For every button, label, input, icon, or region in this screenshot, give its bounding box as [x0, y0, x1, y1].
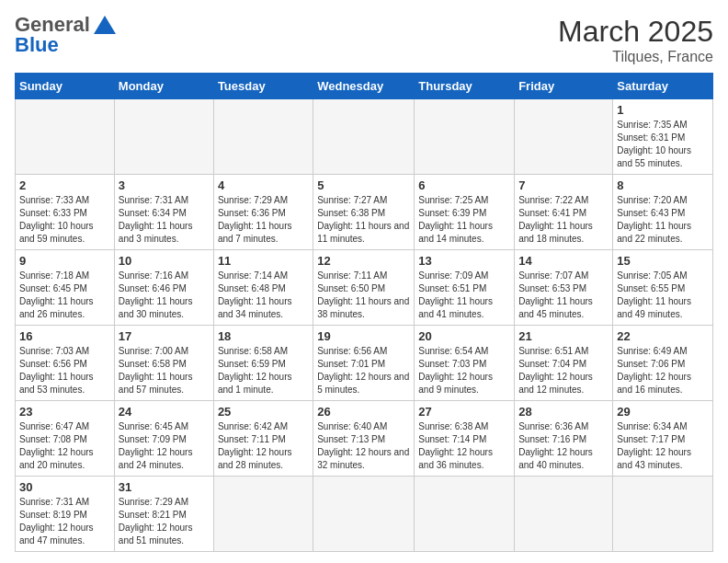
day-info: Sunrise: 7:18 AM Sunset: 6:45 PM Dayligh…	[19, 270, 110, 321]
day-info: Sunrise: 7:11 AM Sunset: 6:50 PM Dayligh…	[317, 270, 410, 321]
day-info: Sunrise: 7:31 AM Sunset: 6:34 PM Dayligh…	[119, 194, 210, 246]
column-header-monday: Monday	[114, 74, 213, 99]
day-number: 28	[518, 405, 609, 419]
day-info: Sunrise: 7:07 AM Sunset: 6:53 PM Dayligh…	[518, 270, 609, 321]
day-cell	[213, 99, 313, 175]
day-info: Sunrise: 7:25 AM Sunset: 6:39 PM Dayligh…	[418, 194, 510, 246]
day-cell	[213, 477, 313, 552]
logo: General Blue	[15, 15, 116, 55]
calendar-body: 1Sunrise: 7:35 AM Sunset: 6:31 PM Daylig…	[16, 99, 713, 552]
day-number: 29	[617, 405, 709, 419]
day-number: 6	[418, 178, 510, 192]
day-info: Sunrise: 7:14 AM Sunset: 6:48 PM Dayligh…	[218, 270, 309, 321]
header-row: SundayMondayTuesdayWednesdayThursdayFrid…	[16, 74, 713, 99]
day-number: 2	[19, 178, 110, 192]
day-cell	[515, 99, 613, 175]
logo-triangle-icon	[94, 16, 116, 34]
day-number: 31	[119, 480, 210, 494]
day-number: 3	[119, 178, 210, 192]
day-cell: 22Sunrise: 6:49 AM Sunset: 7:06 PM Dayli…	[613, 326, 713, 401]
day-info: Sunrise: 6:36 AM Sunset: 7:16 PM Dayligh…	[518, 420, 609, 472]
day-cell: 16Sunrise: 7:03 AM Sunset: 6:56 PM Dayli…	[16, 326, 115, 401]
day-cell: 4Sunrise: 7:29 AM Sunset: 6:36 PM Daylig…	[213, 175, 313, 250]
column-header-sunday: Sunday	[16, 74, 115, 99]
day-number: 1	[617, 103, 709, 117]
day-number: 27	[418, 405, 510, 419]
day-cell: 19Sunrise: 6:56 AM Sunset: 7:01 PM Dayli…	[313, 326, 415, 401]
day-info: Sunrise: 7:22 AM Sunset: 6:41 PM Dayligh…	[518, 194, 609, 246]
day-number: 23	[19, 405, 110, 419]
day-cell: 8Sunrise: 7:20 AM Sunset: 6:43 PM Daylig…	[613, 175, 713, 250]
location-title: Tilques, France	[558, 49, 713, 65]
day-cell: 20Sunrise: 6:54 AM Sunset: 7:03 PM Dayli…	[415, 326, 515, 401]
week-row-4: 16Sunrise: 7:03 AM Sunset: 6:56 PM Dayli…	[16, 326, 713, 401]
day-info: Sunrise: 7:31 AM Sunset: 8:19 PM Dayligh…	[19, 496, 110, 547]
day-info: Sunrise: 6:58 AM Sunset: 6:59 PM Dayligh…	[218, 345, 309, 396]
day-number: 30	[19, 480, 110, 494]
day-cell: 6Sunrise: 7:25 AM Sunset: 6:39 PM Daylig…	[415, 175, 515, 250]
day-cell: 14Sunrise: 7:07 AM Sunset: 6:53 PM Dayli…	[515, 250, 613, 326]
week-row-1: 1Sunrise: 7:35 AM Sunset: 6:31 PM Daylig…	[16, 99, 713, 175]
day-info: Sunrise: 7:29 AM Sunset: 6:36 PM Dayligh…	[218, 194, 309, 246]
day-number: 8	[617, 178, 709, 192]
day-cell	[415, 99, 515, 175]
day-number: 15	[617, 254, 709, 268]
day-info: Sunrise: 6:34 AM Sunset: 7:17 PM Dayligh…	[617, 420, 709, 472]
day-cell: 29Sunrise: 6:34 AM Sunset: 7:17 PM Dayli…	[613, 401, 713, 477]
day-number: 24	[119, 405, 210, 419]
week-row-2: 2Sunrise: 7:33 AM Sunset: 6:33 PM Daylig…	[16, 175, 713, 250]
day-cell: 28Sunrise: 6:36 AM Sunset: 7:16 PM Dayli…	[515, 401, 613, 477]
day-info: Sunrise: 7:29 AM Sunset: 8:21 PM Dayligh…	[119, 496, 210, 547]
day-number: 19	[317, 329, 410, 343]
day-info: Sunrise: 6:56 AM Sunset: 7:01 PM Dayligh…	[317, 345, 410, 396]
day-cell	[415, 477, 515, 552]
day-cell	[515, 477, 613, 552]
column-header-tuesday: Tuesday	[213, 74, 313, 99]
calendar-header: SundayMondayTuesdayWednesdayThursdayFrid…	[16, 74, 713, 99]
day-number: 25	[218, 405, 309, 419]
day-info: Sunrise: 7:16 AM Sunset: 6:46 PM Dayligh…	[119, 270, 210, 321]
day-cell: 9Sunrise: 7:18 AM Sunset: 6:45 PM Daylig…	[16, 250, 115, 326]
week-row-3: 9Sunrise: 7:18 AM Sunset: 6:45 PM Daylig…	[16, 250, 713, 326]
day-number: 9	[19, 254, 110, 268]
day-info: Sunrise: 6:47 AM Sunset: 7:08 PM Dayligh…	[19, 420, 110, 472]
day-cell: 27Sunrise: 6:38 AM Sunset: 7:14 PM Dayli…	[415, 401, 515, 477]
logo-blue-text: Blue	[15, 35, 59, 55]
day-info: Sunrise: 7:00 AM Sunset: 6:58 PM Dayligh…	[119, 345, 210, 396]
day-number: 22	[617, 329, 709, 343]
day-number: 17	[119, 329, 210, 343]
column-header-wednesday: Wednesday	[313, 74, 415, 99]
day-cell	[313, 99, 415, 175]
day-number: 10	[119, 254, 210, 268]
day-cell: 15Sunrise: 7:05 AM Sunset: 6:55 PM Dayli…	[613, 250, 713, 326]
day-info: Sunrise: 6:45 AM Sunset: 7:09 PM Dayligh…	[119, 420, 210, 472]
day-number: 21	[518, 329, 609, 343]
day-number: 18	[218, 329, 309, 343]
day-info: Sunrise: 7:03 AM Sunset: 6:56 PM Dayligh…	[19, 345, 110, 396]
calendar-table: SundayMondayTuesdayWednesdayThursdayFrid…	[15, 73, 713, 552]
day-cell: 31Sunrise: 7:29 AM Sunset: 8:21 PM Dayli…	[114, 477, 213, 552]
day-cell	[114, 99, 213, 175]
day-cell: 7Sunrise: 7:22 AM Sunset: 6:41 PM Daylig…	[515, 175, 613, 250]
day-cell: 13Sunrise: 7:09 AM Sunset: 6:51 PM Dayli…	[415, 250, 515, 326]
day-info: Sunrise: 6:40 AM Sunset: 7:13 PM Dayligh…	[317, 420, 410, 472]
day-cell: 1Sunrise: 7:35 AM Sunset: 6:31 PM Daylig…	[613, 99, 713, 175]
day-cell: 10Sunrise: 7:16 AM Sunset: 6:46 PM Dayli…	[114, 250, 213, 326]
day-cell: 21Sunrise: 6:51 AM Sunset: 7:04 PM Dayli…	[515, 326, 613, 401]
day-info: Sunrise: 6:54 AM Sunset: 7:03 PM Dayligh…	[418, 345, 510, 396]
day-cell	[613, 477, 713, 552]
day-cell: 2Sunrise: 7:33 AM Sunset: 6:33 PM Daylig…	[16, 175, 115, 250]
day-cell: 25Sunrise: 6:42 AM Sunset: 7:11 PM Dayli…	[213, 401, 313, 477]
day-cell: 23Sunrise: 6:47 AM Sunset: 7:08 PM Dayli…	[16, 401, 115, 477]
day-info: Sunrise: 7:27 AM Sunset: 6:38 PM Dayligh…	[317, 194, 410, 246]
day-info: Sunrise: 7:20 AM Sunset: 6:43 PM Dayligh…	[617, 194, 709, 246]
month-title: March 2025	[558, 15, 713, 49]
day-number: 20	[418, 329, 510, 343]
day-number: 12	[317, 254, 410, 268]
column-header-friday: Friday	[515, 74, 613, 99]
week-row-6: 30Sunrise: 7:31 AM Sunset: 8:19 PM Dayli…	[16, 477, 713, 552]
day-cell	[313, 477, 415, 552]
day-info: Sunrise: 6:51 AM Sunset: 7:04 PM Dayligh…	[518, 345, 609, 396]
day-cell: 17Sunrise: 7:00 AM Sunset: 6:58 PM Dayli…	[114, 326, 213, 401]
day-cell: 5Sunrise: 7:27 AM Sunset: 6:38 PM Daylig…	[313, 175, 415, 250]
